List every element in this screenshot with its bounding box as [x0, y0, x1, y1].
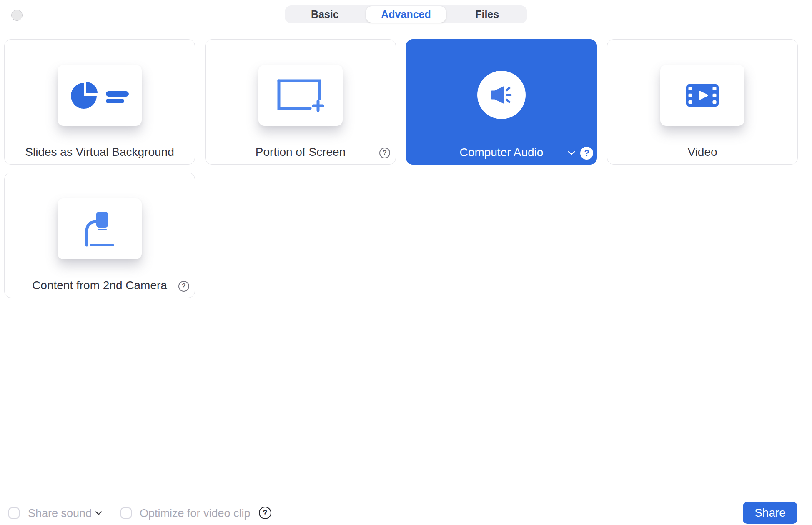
card-content-from-2nd-camera[interactable]: Content from 2nd Camera ? — [4, 172, 195, 298]
card-label: Slides as Virtual Background — [5, 144, 195, 160]
share-button[interactable]: Share — [743, 502, 797, 524]
tab-advanced[interactable]: Advanced — [366, 6, 446, 22]
card-slides-as-virtual-background[interactable]: Slides as Virtual Background — [4, 39, 195, 165]
optimize-video-label[interactable]: Optimize for video clip — [140, 507, 251, 520]
video-tile — [660, 65, 744, 126]
card-label: Portion of Screen — [206, 144, 396, 160]
help-icon[interactable]: ? — [379, 148, 390, 158]
optimize-help-icon[interactable]: ? — [259, 507, 271, 519]
speaker-sound-icon — [491, 86, 512, 104]
chevron-down-icon[interactable] — [568, 150, 575, 155]
content-2nd-camera-tile — [58, 198, 142, 259]
help-icon[interactable]: ? — [178, 281, 189, 292]
tab-files[interactable]: Files — [447, 5, 527, 23]
computer-audio-circle — [477, 71, 526, 119]
share-options-grid: Slides as Virtual Background Portion of … — [4, 39, 798, 298]
slides-virtual-background-tile — [58, 65, 142, 126]
window-close-button[interactable] — [11, 10, 23, 21]
portion-of-screen-tile — [258, 65, 343, 126]
pie-presentation-icon — [70, 82, 129, 109]
screen-portion-plus-icon — [277, 79, 324, 112]
card-label: Video — [607, 144, 797, 160]
card-label: Content from 2nd Camera — [5, 278, 195, 293]
card-portion-of-screen[interactable]: Portion of Screen ? — [205, 39, 396, 165]
share-sound-label[interactable]: Share sound — [28, 507, 92, 520]
help-icon[interactable]: ? — [580, 147, 593, 160]
share-sound-checkbox[interactable] — [8, 508, 20, 519]
card-computer-audio[interactable]: Computer Audio ? — [406, 39, 597, 165]
share-mode-tabs: Basic Advanced Files — [285, 5, 527, 23]
document-camera-icon — [85, 211, 115, 247]
share-sound-chevron-down-icon[interactable] — [95, 511, 102, 515]
optimize-video-checkbox[interactable] — [120, 508, 132, 519]
tab-basic[interactable]: Basic — [285, 5, 365, 23]
film-strip-play-icon — [686, 84, 719, 107]
card-video[interactable]: Video — [607, 39, 798, 165]
